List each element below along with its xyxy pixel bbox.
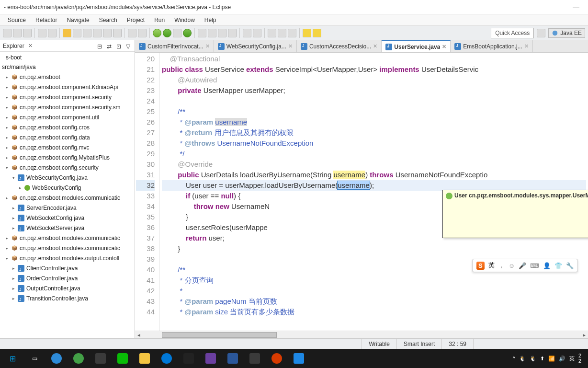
view-menu-icon[interactable]: ▽ bbox=[126, 43, 132, 49]
taskbar-app[interactable] bbox=[266, 349, 287, 368]
package-node[interactable]: cn.pqz.emsboot.component.security.sm bbox=[0, 102, 135, 112]
taskbar-app[interactable] bbox=[244, 349, 265, 368]
menu-navigate[interactable]: Navigate bbox=[63, 16, 93, 24]
src-folder[interactable]: src/main/java bbox=[0, 62, 135, 72]
package-node[interactable]: cn.pqz.emsboot.component.KdniaoApi bbox=[0, 82, 135, 92]
ime-settings-icon[interactable]: 🔧 bbox=[566, 262, 574, 269]
scroll-right-icon[interactable]: ▸ bbox=[580, 332, 588, 338]
toolbar-btn[interactable] bbox=[3, 29, 11, 37]
taskbar-app[interactable] bbox=[68, 349, 89, 368]
project-node[interactable]: s-boot bbox=[0, 53, 135, 62]
toolbar-btn[interactable] bbox=[138, 29, 147, 37]
package-node[interactable]: cn.pqz.emsboot.modules.output.contoll bbox=[0, 253, 135, 263]
toolbar-btn[interactable] bbox=[173, 29, 181, 37]
java-file[interactable]: WebSocketConfig.java bbox=[0, 213, 135, 223]
debug-button[interactable] bbox=[153, 29, 161, 37]
system-tray[interactable]: ^ 🐧 🐧 ⬆ 📶 🔊 英 22 bbox=[508, 353, 586, 364]
start-button[interactable]: ⊞ bbox=[2, 349, 23, 368]
taskbar-wechat[interactable] bbox=[112, 349, 133, 368]
editor-tab[interactable]: EmsBootApplication.j...✕ bbox=[451, 40, 532, 52]
menu-window[interactable]: Window bbox=[170, 16, 199, 24]
toolbar-btn[interactable] bbox=[103, 29, 112, 37]
back-icon[interactable] bbox=[303, 29, 311, 37]
tray-chevron-icon[interactable]: ^ bbox=[513, 356, 515, 361]
editor-tab[interactable]: UserService.java✕ bbox=[382, 40, 451, 52]
taskbar-app[interactable] bbox=[288, 349, 309, 368]
task-view-icon[interactable]: ▭ bbox=[24, 349, 45, 368]
toolbar-btn[interactable] bbox=[48, 29, 57, 37]
editor-tab[interactable]: CustomFilterInvocat...✕ bbox=[135, 40, 214, 52]
toolbar-btn[interactable] bbox=[253, 29, 261, 37]
taskbar-edge[interactable] bbox=[156, 349, 177, 368]
close-icon[interactable]: ✕ bbox=[524, 43, 529, 49]
taskbar-explorer[interactable] bbox=[134, 349, 155, 368]
scroll-thumb[interactable] bbox=[162, 332, 277, 338]
toolbar-btn[interactable] bbox=[228, 29, 237, 37]
save-all-button[interactable] bbox=[23, 29, 32, 37]
toolbar-btn[interactable] bbox=[218, 29, 226, 37]
package-node[interactable]: cn.pqz.emsboot.modules.communicatic bbox=[0, 193, 135, 203]
menu-run[interactable]: Run bbox=[150, 16, 169, 24]
toolbar-btn[interactable] bbox=[38, 29, 46, 37]
run-ext-button[interactable] bbox=[183, 29, 192, 37]
tray-icon[interactable]: 🐧 bbox=[530, 356, 536, 362]
menu-search[interactable]: Search bbox=[95, 16, 121, 24]
java-file[interactable]: OutputController.java bbox=[0, 283, 135, 293]
tray-volume-icon[interactable]: 🔊 bbox=[559, 356, 565, 362]
search-icon[interactable] bbox=[268, 29, 276, 37]
tray-icon[interactable]: ⬆ bbox=[540, 356, 544, 362]
package-node[interactable]: cn.pqz.emsboot.modules.communicatic bbox=[0, 243, 135, 253]
tray-clock[interactable]: 22 bbox=[578, 353, 581, 364]
package-node[interactable]: cn.pqz.emsboot.config.security bbox=[0, 162, 135, 172]
close-icon[interactable]: ✕ bbox=[288, 43, 293, 49]
collapse-icon[interactable]: ⊟ bbox=[97, 43, 103, 49]
taskbar-app[interactable] bbox=[222, 349, 243, 368]
explorer-tree[interactable]: s-boot src/main/java cn.pqz.emsbootcn.pq… bbox=[0, 52, 135, 338]
new-package-icon[interactable] bbox=[198, 29, 206, 37]
taskbar-terminal[interactable] bbox=[178, 349, 199, 368]
new-class-icon[interactable] bbox=[208, 29, 216, 37]
close-icon[interactable]: ✕ bbox=[373, 43, 377, 49]
quick-access-box[interactable]: Quick Access bbox=[491, 28, 534, 38]
tray-lang[interactable]: 英 bbox=[569, 355, 575, 362]
taskbar-app[interactable] bbox=[200, 349, 221, 368]
package-node[interactable]: cn.pqz.emsboot.config.MybatisPlus bbox=[0, 152, 135, 162]
package-node[interactable]: cn.pqz.emsboot.component.util bbox=[0, 112, 135, 122]
ime-punct-icon[interactable]: ， bbox=[498, 261, 505, 270]
package-node[interactable]: cn.pqz.emsboot.config.data bbox=[0, 132, 135, 142]
save-button[interactable] bbox=[13, 29, 22, 37]
menu-source[interactable]: Source bbox=[4, 16, 30, 24]
java-file[interactable]: TransitionController.java bbox=[0, 293, 135, 303]
close-icon[interactable]: ✕ bbox=[442, 44, 446, 50]
ime-toolbar[interactable]: S 英 ， ☺ 🎤 ⌨ 👤 👕 🔧 bbox=[472, 259, 578, 272]
package-node[interactable]: cn.pqz.emsboot.component.security bbox=[0, 92, 135, 102]
package-node[interactable]: cn.pqz.emsboot.modules.communicatic bbox=[0, 233, 135, 243]
toolbar-btn[interactable] bbox=[128, 29, 136, 37]
windows-taskbar[interactable]: ⊞ ▭ ^ 🐧 🐧 ⬆ 📶 🔊 英 22 bbox=[0, 349, 588, 368]
java-file[interactable]: ClientController.java bbox=[0, 263, 135, 273]
editor-tab[interactable]: WebSecurityConfig.ja...✕ bbox=[214, 40, 297, 52]
taskbar-app[interactable] bbox=[90, 349, 111, 368]
menu-project[interactable]: Project bbox=[123, 16, 148, 24]
menu-help[interactable]: Help bbox=[201, 16, 220, 24]
toolbar-btn[interactable] bbox=[83, 29, 91, 37]
toolbar-btn[interactable] bbox=[93, 29, 102, 37]
perspective-javaee[interactable]: Java EE bbox=[548, 28, 585, 38]
ime-user-icon[interactable]: 👤 bbox=[543, 262, 551, 269]
ime-skin-icon[interactable]: 👕 bbox=[554, 262, 562, 269]
package-node[interactable]: cn.pqz.emsboot.config.cros bbox=[0, 122, 135, 132]
package-node[interactable]: cn.pqz.emsboot.config.mvc bbox=[0, 142, 135, 152]
perspective-open-icon[interactable] bbox=[537, 29, 545, 37]
toolbar-btn[interactable] bbox=[278, 29, 286, 37]
toolbar-pause-icon[interactable] bbox=[63, 29, 71, 37]
toolbar-btn[interactable] bbox=[113, 29, 122, 37]
taskbar-app[interactable] bbox=[46, 349, 67, 368]
toolbar-btn[interactable] bbox=[288, 29, 296, 37]
tray-icon[interactable]: 🐧 bbox=[519, 356, 526, 362]
link-icon[interactable]: ⇄ bbox=[107, 43, 113, 49]
code-editor[interactable]: 2021222324252627282930313233343536373839… bbox=[135, 53, 588, 331]
toolbar-btn[interactable] bbox=[73, 29, 81, 37]
class-node[interactable]: WebSecurityConfig bbox=[0, 183, 135, 193]
package-node[interactable]: cn.pqz.emsboot bbox=[0, 72, 135, 82]
run-button[interactable] bbox=[163, 29, 171, 37]
